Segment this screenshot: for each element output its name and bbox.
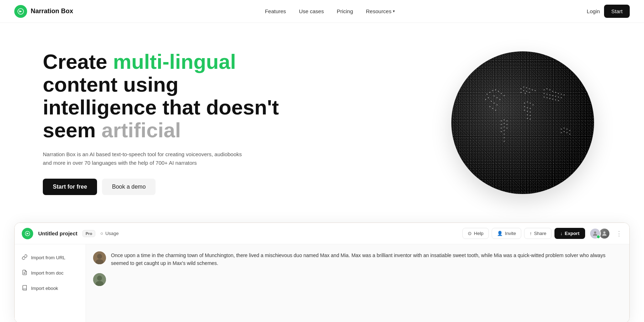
nav-pricing[interactable]: Pricing [337, 8, 353, 14]
svg-point-65 [564, 94, 565, 96]
app-window: Untitled project Pro ○ Usage ⊙ Help 👤 In… [14, 223, 630, 322]
svg-point-19 [495, 110, 496, 111]
narrator-avatar-1 [93, 251, 106, 264]
svg-point-2 [487, 94, 488, 95]
svg-point-60 [549, 98, 551, 99]
svg-point-29 [535, 90, 536, 91]
svg-point-53 [549, 94, 551, 96]
svg-point-20 [521, 88, 522, 90]
share-button[interactable]: ↑ Share [524, 228, 552, 239]
link-icon [22, 254, 27, 261]
sidebar-item-import-url[interactable]: Import from URL [15, 250, 86, 265]
svg-point-12 [491, 101, 492, 102]
svg-point-21 [523, 87, 524, 88]
avatar-1 [589, 228, 601, 239]
nav-use-cases[interactable]: Use cases [299, 8, 324, 14]
nav-logo[interactable]: Narration Box [14, 5, 73, 18]
svg-point-85 [504, 134, 505, 135]
svg-point-81 [504, 127, 505, 128]
start-button[interactable]: Start [604, 5, 630, 18]
start-free-button[interactable]: Start for free [43, 179, 97, 195]
app-content: Once upon a time in the charming town of… [86, 244, 629, 322]
svg-point-77 [501, 124, 502, 125]
nav-actions: Login Start [587, 5, 630, 18]
hero-globe [444, 44, 601, 201]
svg-point-94 [97, 254, 102, 259]
login-button[interactable]: Login [587, 8, 600, 14]
hero-section: Create multi-lingual content using intel… [0, 23, 644, 223]
circle-icon: ○ [100, 231, 103, 236]
svg-point-44 [530, 119, 531, 120]
svg-point-24 [532, 90, 533, 91]
svg-point-1 [452, 52, 593, 193]
svg-point-89 [594, 231, 596, 234]
hero-title: Create multi-lingual content using intel… [43, 50, 285, 141]
help-button[interactable]: ⊙ Help [462, 228, 489, 239]
svg-point-5 [495, 90, 496, 91]
project-name: Untitled project [38, 230, 77, 236]
svg-point-64 [561, 97, 562, 98]
svg-point-69 [569, 130, 571, 131]
svg-point-13 [494, 103, 495, 104]
share-icon: ↑ [529, 231, 532, 236]
svg-point-63 [558, 100, 559, 101]
svg-point-49 [555, 92, 556, 93]
svg-point-76 [507, 121, 508, 122]
svg-point-66 [561, 129, 562, 130]
sidebar-item-import-doc[interactable]: Import from doc [15, 265, 86, 281]
svg-point-79 [507, 124, 508, 125]
svg-point-22 [526, 87, 527, 88]
svg-point-74 [501, 121, 502, 122]
svg-point-55 [555, 96, 556, 97]
pro-badge: Pro [82, 230, 95, 237]
narrator-avatar-2 [93, 273, 106, 286]
svg-point-56 [558, 97, 559, 98]
svg-point-23 [529, 88, 530, 90]
hero-left: Create multi-lingual content using intel… [43, 50, 285, 195]
svg-point-59 [547, 97, 548, 98]
svg-point-84 [501, 131, 502, 132]
svg-point-62 [555, 99, 556, 101]
content-row-1: Once upon a time in the charming town of… [93, 251, 622, 267]
svg-point-54 [552, 95, 553, 96]
app-header-left: Untitled project Pro ○ Usage [22, 228, 119, 239]
nav-resources[interactable]: Resources ▾ [366, 8, 395, 14]
help-icon: ⊙ [468, 231, 472, 236]
nav-features[interactable]: Features [265, 8, 286, 14]
svg-point-67 [564, 128, 565, 129]
svg-point-6 [498, 91, 499, 92]
hero-title-highlight: multi-lingual [113, 50, 236, 73]
sidebar-item-import-ebook[interactable]: Import ebook [15, 281, 86, 296]
nav-links: Features Use cases Pricing Resources ▾ [265, 8, 395, 14]
person-icon: 👤 [497, 231, 503, 236]
hero-description: Narration Box is an AI based text-to-spe… [43, 150, 243, 167]
hero-title-part1: Create [43, 50, 113, 73]
usage-button[interactable]: ○ Usage [100, 231, 118, 236]
svg-point-80 [501, 128, 502, 129]
svg-point-7 [501, 93, 502, 94]
svg-point-33 [530, 103, 531, 104]
more-options-icon[interactable]: ⋮ [616, 230, 622, 237]
svg-point-82 [507, 128, 508, 129]
svg-point-32 [527, 102, 528, 103]
svg-point-14 [497, 104, 498, 106]
svg-point-86 [504, 137, 505, 138]
download-icon: ↓ [560, 231, 563, 236]
invite-button[interactable]: 👤 Invite [492, 228, 521, 239]
globe-visual [451, 51, 594, 194]
export-button[interactable]: ↓ Export [554, 228, 585, 239]
svg-point-37 [530, 108, 531, 109]
svg-point-17 [490, 106, 491, 107]
svg-point-40 [524, 110, 525, 111]
book-demo-button[interactable]: Book a demo [102, 179, 156, 195]
app-header-right: ⊙ Help 👤 Invite ↑ Share ↓ Export [462, 228, 622, 239]
svg-point-9 [494, 96, 495, 97]
svg-point-75 [504, 119, 505, 121]
svg-point-72 [567, 132, 568, 133]
hero-title-muted: artificial [101, 118, 181, 142]
book-icon [22, 285, 27, 292]
svg-point-18 [492, 108, 493, 109]
svg-point-34 [533, 104, 534, 106]
svg-point-58 [544, 97, 545, 98]
svg-point-73 [569, 134, 571, 135]
